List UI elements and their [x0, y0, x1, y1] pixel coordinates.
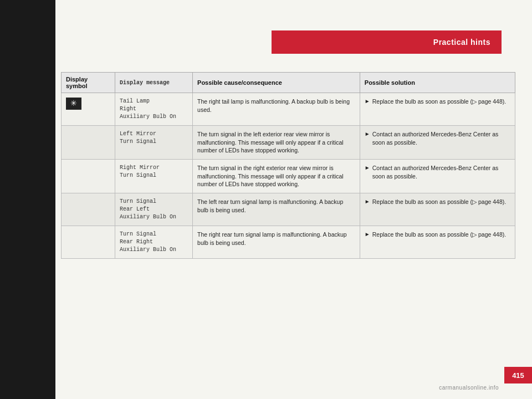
solution-text: Replace the bulb as soon as possible (▷ …	[372, 231, 507, 239]
table-header-row: Display symbol Display message Possible …	[62, 73, 515, 93]
main-table-container: Display symbol Display message Possible …	[61, 72, 515, 259]
solution-text: Replace the bulb as soon as possible (▷ …	[372, 98, 507, 106]
col-header-symbol: Display symbol	[62, 73, 115, 93]
symbol-cell	[62, 126, 115, 160]
message-cell: Turn Signal Rear Left Auxiliary Bulb On	[115, 193, 192, 226]
cause-cell: The right rear turn signal lamp is malfu…	[193, 226, 360, 259]
symbol-cell	[62, 160, 115, 193]
page-title: Practical hints	[433, 38, 490, 47]
solution-text: Contact an authorized Mercedes-Benz Cent…	[372, 164, 510, 180]
symbol-cell	[62, 193, 115, 226]
table-row: Left Mirror Turn SignalThe turn signal i…	[62, 126, 515, 160]
message-cell: Right Mirror Turn Signal	[115, 160, 192, 193]
symbol-cell	[62, 226, 115, 259]
table-row: Right Mirror Turn SignalThe turn signal …	[62, 160, 515, 193]
solution-cell: ►Contact an authorized Mercedes-Benz Cen…	[360, 126, 515, 160]
message-cell: Turn Signal Rear Right Auxiliary Bulb On	[115, 226, 192, 259]
solution-cell: ►Contact an authorized Mercedes-Benz Cen…	[360, 160, 515, 193]
arrow-icon: ►	[365, 198, 370, 206]
solution-cell: ►Replace the bulb as soon as possible (▷…	[360, 93, 515, 126]
cause-cell: The left rear turn signal lamp is malfun…	[193, 193, 360, 226]
message-cell: Left Mirror Turn Signal	[115, 126, 192, 160]
table-row: ✳Tail Lamp Right Auxiliary Bulb OnThe ri…	[62, 93, 515, 126]
arrow-icon: ►	[365, 130, 370, 138]
solution-text: Contact an authorized Mercedes-Benz Cent…	[372, 130, 510, 146]
col-header-message: Display message	[115, 73, 192, 93]
table-row: Turn Signal Rear Left Auxiliary Bulb OnT…	[62, 193, 515, 226]
table-row: Turn Signal Rear Right Auxiliary Bulb On…	[62, 226, 515, 259]
cause-cell: The right tail lamp is malfunctioning. A…	[193, 93, 360, 126]
cause-cell: The turn signal in the left exterior rea…	[193, 126, 360, 160]
symbol-icon: ✳	[66, 98, 81, 110]
display-table: Display symbol Display message Possible …	[61, 72, 515, 259]
symbol-cell: ✳	[62, 93, 115, 126]
page-number-box: 415	[504, 367, 532, 383]
col-header-solution: Possible solution	[360, 73, 515, 93]
header-bar: Practical hints	[272, 30, 502, 54]
cause-cell: The turn signal in the right exterior re…	[193, 160, 360, 193]
arrow-icon: ►	[365, 164, 370, 172]
solution-text: Replace the bulb as soon as possible (▷ …	[372, 198, 507, 206]
watermark: carmanualsonline.info	[439, 385, 499, 391]
message-cell: Tail Lamp Right Auxiliary Bulb On	[115, 93, 192, 126]
arrow-icon: ►	[365, 98, 370, 105]
solution-cell: ►Replace the bulb as soon as possible (▷…	[360, 193, 515, 226]
solution-cell: ►Replace the bulb as soon as possible (▷…	[360, 226, 515, 259]
col-header-cause: Possible cause/consequence	[193, 73, 360, 93]
arrow-icon: ►	[365, 231, 370, 238]
page-number: 415	[512, 371, 524, 380]
